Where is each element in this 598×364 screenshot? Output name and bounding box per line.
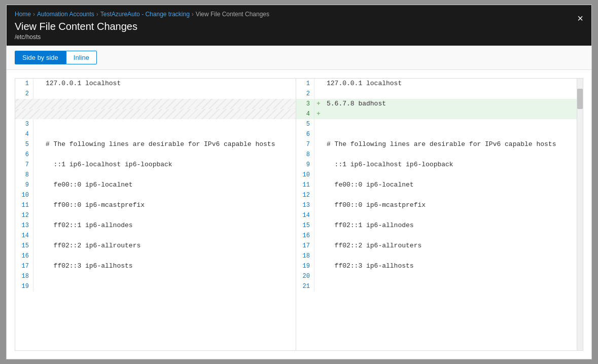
table-row: 8 [15,170,296,180]
line-marker [314,241,323,251]
line-content: ff00::0 ip6-mcastprefix [42,200,296,210]
line-number: 12 [15,210,33,221]
line-marker [314,251,323,261]
table-row: 14 [296,210,577,221]
line-content: 127.0.0.1 localhost [323,79,577,89]
table-row: 10 [296,170,577,180]
breadcrumb-automation[interactable]: Automation Accounts [37,11,94,18]
table-row: 19 [15,281,296,292]
table-row: 21 [296,281,577,292]
line-number: 13 [15,221,33,231]
line-number: 19 [15,281,33,292]
line-content: fe00::0 ip6-localnet [323,180,577,190]
line-content [323,170,577,180]
table-row: 17 ff02::3 ip6-allhosts [15,261,296,271]
right-pane[interactable]: 1 127.0.0.1 localhost2 3+5.6.7.8 badhost… [296,79,577,350]
line-content: # The following lines are desirable for … [42,139,296,150]
line-marker [33,79,42,89]
line-marker [314,150,323,160]
table-row: 6 [296,129,577,139]
table-row: 18 [15,271,296,281]
line-number: 7 [296,139,314,150]
breadcrumb-sep3: › [192,11,194,18]
table-row: 17 ff02::2 ip6-allrouters [296,241,577,251]
table-row: 3+5.6.7.8 badhost [296,99,577,109]
line-number: 10 [296,170,314,180]
line-marker [314,79,323,89]
line-number: 19 [296,261,314,271]
line-content [42,231,296,241]
line-number: 4 [296,109,314,119]
line-number: 11 [296,180,314,190]
table-row: 12 [15,210,296,221]
line-content [323,210,577,221]
scrollbar-track[interactable] [577,79,583,350]
line-number: 6 [296,129,314,139]
modal: Home › Automation Accounts › TestAzureAu… [6,5,592,359]
line-content: # The following lines are desirable for … [323,139,577,150]
line-marker [314,170,323,180]
line-number: 17 [296,241,314,251]
line-content: 127.0.0.1 localhost [42,79,296,89]
line-marker [314,281,323,292]
line-content [323,129,577,139]
table-row: 3 [15,119,296,129]
table-row: 8 [296,150,577,160]
line-content [323,150,577,160]
left-pane[interactable]: 1 127.0.0.1 localhost2 3 4 5 # The follo… [15,79,296,350]
line-content [42,89,296,99]
line-number: 5 [296,119,314,129]
line-marker [33,271,42,281]
line-marker [33,251,42,261]
breadcrumb-tracking[interactable]: TestAzureAuto - Change tracking [100,11,190,18]
line-marker [314,200,323,210]
line-content [323,271,577,281]
line-marker [33,150,42,160]
line-content [323,89,577,99]
line-number: 15 [15,241,33,251]
line-marker [33,200,42,210]
line-number: 9 [296,160,314,170]
line-marker [314,139,323,150]
line-number: 7 [15,160,33,170]
breadcrumb-sep2: › [96,11,98,18]
table-row [15,99,296,109]
line-number: 4 [15,129,33,139]
tab-inline[interactable]: Inline [66,51,97,64]
table-row: 12 [296,190,577,200]
line-content: ff02::1 ip6-allnodes [323,221,577,231]
tab-sidebyside[interactable]: Side by side [15,51,66,64]
line-marker [33,170,42,180]
line-number: 9 [15,180,33,190]
modal-subtitle: /etc/hosts [15,33,583,41]
modal-header: Home › Automation Accounts › TestAzureAu… [7,5,591,46]
line-number: 3 [296,99,314,109]
line-content: ff02::3 ip6-allhosts [42,261,296,271]
line-marker [314,89,323,99]
line-marker [33,139,42,150]
line-number: 3 [15,119,33,129]
breadcrumb-home[interactable]: Home [15,11,31,18]
line-number: 17 [15,261,33,271]
table-row: 10 [15,190,296,200]
close-button[interactable]: × [577,13,583,23]
line-content [42,170,296,180]
line-marker [314,180,323,190]
line-content [323,281,577,292]
line-number: 8 [296,150,314,160]
line-marker [314,261,323,271]
line-number: 10 [15,190,33,200]
line-content: ::1 ip6-localhost ip6-loopback [42,160,296,170]
line-number: 18 [15,271,33,281]
modal-title: View File Content Changes [15,21,583,32]
line-number: 16 [296,231,314,241]
scrollbar-thumb[interactable] [577,89,583,109]
line-marker [33,160,42,170]
line-content: ff02::3 ip6-allhosts [323,261,577,271]
line-number: 13 [296,200,314,210]
line-number: 14 [15,231,33,241]
line-content [323,231,577,241]
line-marker [314,231,323,241]
line-marker [314,190,323,200]
modal-body: 1 127.0.0.1 localhost2 3 4 5 # The follo… [7,70,591,359]
